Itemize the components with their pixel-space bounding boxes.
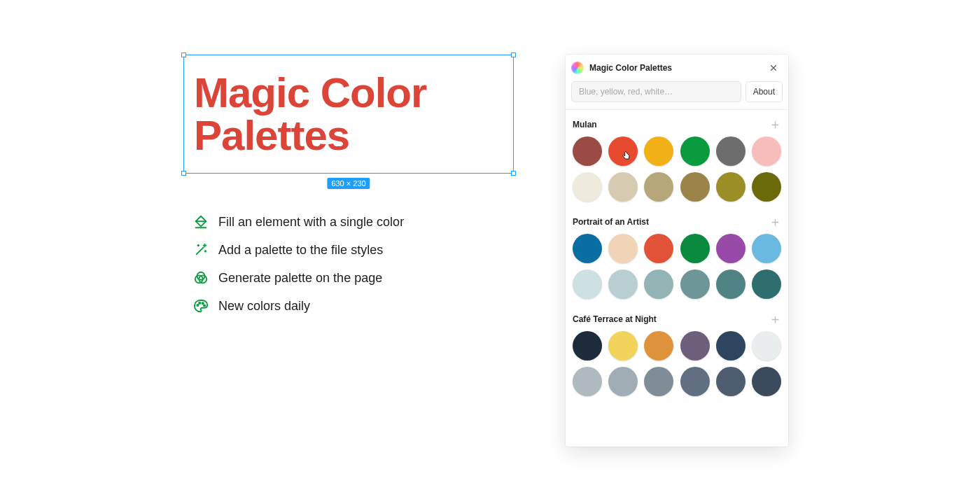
color-swatch[interactable] [573, 234, 602, 263]
color-swatch[interactable] [752, 234, 781, 263]
plugin-toolbar: About [566, 81, 788, 110]
palette-header: Café Terrace at Night [571, 309, 783, 331]
color-swatch[interactable] [608, 136, 638, 166]
search-input[interactable] [571, 81, 741, 102]
feature-text: New colors daily [218, 299, 310, 314]
plus-icon [771, 218, 780, 227]
color-swatch[interactable] [752, 136, 781, 166]
feature-list: Fill an element with a single color Add … [193, 214, 514, 314]
feature-item: New colors daily [193, 298, 514, 314]
plugin-logo-icon [571, 62, 584, 74]
plugin-window: Magic Color Palettes About MulanPortrait… [566, 55, 788, 447]
color-swatch[interactable] [573, 331, 602, 360]
plugin-title: Magic Color Palettes [589, 63, 760, 73]
color-swatch[interactable] [573, 136, 602, 166]
palette-group: Café Terrace at Night [571, 309, 783, 396]
wand-icon [193, 242, 209, 258]
headline-text[interactable]: Magic Color Palettes [184, 71, 513, 157]
color-swatch[interactable] [716, 136, 746, 166]
resize-handle-top-left[interactable] [181, 52, 186, 57]
color-swatch[interactable] [716, 234, 746, 263]
svg-point-3 [197, 304, 198, 306]
cursor-hand-icon [621, 150, 632, 162]
color-swatch[interactable] [680, 172, 710, 202]
add-palette-button[interactable] [769, 216, 781, 228]
color-swatch[interactable] [573, 367, 602, 396]
feature-text: Generate palette on the page [218, 271, 382, 286]
promo-left-panel: Magic Color Palettes 630 × 230 Fill an e… [183, 55, 514, 326]
color-swatch[interactable] [573, 270, 602, 299]
swatch-row [571, 136, 783, 202]
color-swatch[interactable] [644, 172, 673, 202]
color-swatch[interactable] [644, 270, 673, 299]
about-button[interactable]: About [746, 81, 783, 102]
color-swatch[interactable] [644, 234, 673, 263]
color-swatch[interactable] [680, 136, 710, 166]
fill-icon [193, 214, 209, 230]
feature-item: Fill an element with a single color [193, 214, 514, 230]
palette-icon [193, 298, 209, 314]
color-swatch[interactable] [716, 331, 746, 360]
color-swatch[interactable] [752, 172, 781, 202]
palette-group: Portrait of an Artist [571, 211, 783, 299]
color-swatch[interactable] [680, 234, 710, 263]
svg-point-5 [202, 302, 204, 304]
color-swatch[interactable] [608, 234, 638, 263]
swatch-row [571, 331, 783, 396]
color-swatch[interactable] [573, 172, 602, 202]
color-swatch[interactable] [644, 367, 673, 396]
resize-handle-top-right[interactable] [511, 52, 516, 57]
plus-icon [771, 120, 780, 130]
palette-list: MulanPortrait of an ArtistCafé Terrace a… [566, 110, 788, 447]
color-swatch[interactable] [680, 331, 710, 360]
color-swatch[interactable] [644, 331, 673, 360]
palette-name: Mulan [573, 120, 597, 130]
color-swatch[interactable] [716, 270, 746, 299]
plus-icon [771, 315, 780, 324]
color-swatch[interactable] [752, 367, 781, 396]
feature-text: Fill an element with a single color [218, 215, 404, 230]
plugin-header: Magic Color Palettes [566, 55, 788, 81]
color-swatch[interactable] [752, 270, 781, 299]
color-swatch[interactable] [716, 367, 746, 396]
palette-name: Portrait of an Artist [573, 217, 649, 227]
selection-dimensions-badge: 630 × 230 [327, 178, 370, 189]
palette-name: Café Terrace at Night [573, 314, 657, 324]
palette-header: Mulan [571, 114, 783, 136]
swatch-row [571, 234, 783, 299]
palette-group: Mulan [571, 114, 783, 202]
feature-text: Add a palette to the file styles [218, 243, 383, 258]
venn-icon [193, 270, 209, 286]
feature-item: Add a palette to the file styles [193, 242, 514, 258]
color-swatch[interactable] [644, 136, 673, 166]
svg-point-6 [204, 304, 205, 306]
close-button[interactable] [766, 60, 781, 76]
color-swatch[interactable] [716, 172, 746, 202]
color-swatch[interactable] [608, 270, 638, 299]
color-swatch[interactable] [752, 331, 781, 360]
color-swatch[interactable] [608, 367, 638, 396]
close-icon [769, 64, 778, 72]
color-swatch[interactable] [608, 172, 638, 202]
svg-point-4 [199, 302, 200, 304]
add-palette-button[interactable] [769, 118, 781, 131]
color-swatch[interactable] [680, 270, 710, 299]
resize-handle-bottom-left[interactable] [181, 171, 186, 176]
selection-frame[interactable]: Magic Color Palettes 630 × 230 [183, 55, 514, 174]
feature-item: Generate palette on the page [193, 270, 514, 286]
add-palette-button[interactable] [769, 313, 781, 326]
color-swatch[interactable] [680, 367, 710, 396]
resize-handle-bottom-right[interactable] [511, 171, 516, 176]
palette-header: Portrait of an Artist [571, 211, 783, 234]
color-swatch[interactable] [608, 331, 638, 360]
